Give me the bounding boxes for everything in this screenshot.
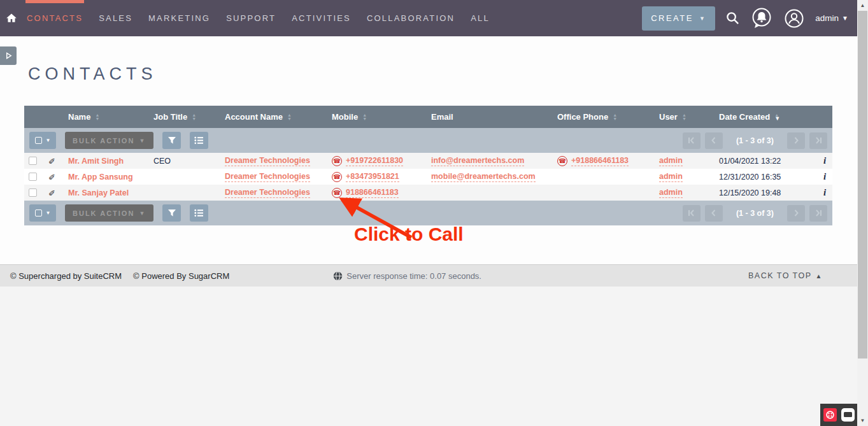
nav-item-marketing[interactable]: MARKETING [148,0,210,36]
row-checkbox[interactable] [29,173,37,181]
contact-name-link[interactable]: Mr. Sanjay Patel [68,188,129,197]
sort-icon[interactable]: ▲▼ [287,113,292,120]
column-header-mobile[interactable]: Mobile▲▼ [327,112,427,122]
mobile-link[interactable]: +83473951821 [346,172,399,182]
user-link[interactable]: admin [659,172,683,182]
funnel-icon [167,209,176,217]
checkbox-icon [35,209,42,217]
user-menu[interactable]: admin ▼ [815,13,848,23]
search-icon[interactable] [725,11,740,25]
column-chooser-button[interactable] [190,132,208,149]
sort-icon[interactable]: ▲▼ [774,113,780,120]
user-avatar-icon[interactable] [783,8,805,29]
page-footer: © Supercharged by SuiteCRM © Powered By … [0,264,857,287]
back-to-top-link[interactable]: BACK TO TOP ▲ [748,271,823,280]
prev-page-button[interactable] [705,132,723,149]
table-cell: ☎+918866461183 [553,156,655,166]
click-to-call-phone-icon[interactable]: ☎ [332,172,342,182]
table-cell: i [814,187,832,198]
contact-name-link[interactable]: Mr. Amit Singh [68,157,124,166]
sort-icon[interactable]: ▲▼ [613,113,617,120]
nav-item-all[interactable]: ALL [471,0,490,36]
info-icon[interactable]: i [818,187,826,198]
column-chooser-button[interactable] [190,204,208,222]
select-all-dropdown-button[interactable]: ▼ [29,132,56,149]
nav-item-contacts[interactable]: CONTACTS [27,0,83,36]
column-header-job-title[interactable]: Job Title▲▼ [149,112,220,122]
nav-item-sales[interactable]: SALES [99,0,132,36]
email-link[interactable]: info@dreamertechs.com [431,156,524,166]
home-icon[interactable] [5,12,18,24]
account-name-link[interactable]: Dreamer Technologies [225,188,310,198]
mobile-link[interactable]: +919722611830 [346,156,403,166]
scrollbar[interactable]: ▲ ▼ [857,0,868,426]
pagination-label: (1 - 3 of 3) [736,209,774,218]
first-page-button[interactable] [683,132,701,149]
triangle-up-icon: ▲ [816,273,823,280]
user-link[interactable]: admin [659,156,683,166]
scrollbar-thumb[interactable] [858,11,867,359]
contact-name-link[interactable]: Mr. App Sansung [68,173,133,181]
list-icon [194,136,204,145]
notifications-bell-icon[interactable] [750,6,773,31]
nav-items: CONTACTSSALESMARKETINGSUPPORTACTIVITIESC… [27,0,506,36]
first-page-button[interactable] [683,205,701,222]
sidebar-expand-button[interactable] [0,46,17,65]
window-extension-icon[interactable] [841,408,855,422]
column-header-account-name[interactable]: Account Name▲▼ [220,112,327,122]
click-to-call-phone-icon[interactable]: ☎ [332,156,342,166]
last-page-button[interactable] [809,205,827,222]
caret-down-icon: ▼ [46,210,51,216]
info-icon[interactable]: i [818,171,826,182]
row-checkbox[interactable] [29,188,37,197]
globe-icon [333,271,343,281]
sort-icon[interactable]: ▲▼ [192,113,196,120]
row-checkbox[interactable] [29,157,37,165]
browser-page: CONTACTSSALESMARKETINGSUPPORTACTIVITIESC… [0,0,857,426]
user-link[interactable]: admin [659,188,683,198]
office-phone-link[interactable]: +918866461183 [571,156,629,166]
click-to-call-phone-icon[interactable]: ☎ [332,188,342,198]
select-all-dropdown-button[interactable]: ▼ [29,204,56,222]
nav-item-support[interactable]: SUPPORT [226,0,276,36]
bulk-action-label: BULK ACTION [73,209,134,217]
create-button[interactable]: CREATE ▼ [642,6,715,31]
nav-item-activities[interactable]: ACTIVITIES [292,0,351,36]
filter-button[interactable] [162,204,181,222]
next-page-button[interactable] [787,132,805,149]
sort-icon[interactable]: ▲▼ [95,113,99,120]
caret-down-icon: ▼ [139,138,146,144]
nav-item-collaboration[interactable]: COLLABORATION [367,0,455,36]
account-name-link[interactable]: Dreamer Technologies [225,156,310,166]
create-button-label: CREATE [651,13,694,23]
column-header-label: Name [68,112,90,122]
edit-icon[interactable]: ✎ [48,188,55,197]
scrollbar-up-icon[interactable]: ▲ [857,0,868,11]
email-link[interactable]: mobile@dreamertechs.com [431,172,536,182]
filter-button[interactable] [162,132,181,149]
column-header-name[interactable]: Name▲▼ [64,112,149,122]
twilio-extension-icon[interactable] [823,408,837,422]
click-to-call-phone-icon[interactable]: ☎ [557,156,567,166]
bulk-action-button[interactable]: BULK ACTION ▼ [65,204,153,222]
scrollbar-down-icon[interactable]: ▼ [857,415,868,426]
prev-page-button[interactable] [705,205,723,222]
next-page-button[interactable] [787,205,805,222]
account-name-link[interactable]: Dreamer Technologies [225,172,310,182]
column-header-office-phone[interactable]: Office Phone▲▼ [553,112,655,122]
date-created-text: 12/15/2020 19:48 [719,188,781,197]
info-icon[interactable]: i [818,155,826,166]
caret-down-icon: ▼ [46,138,51,143]
sort-icon[interactable]: ▲▼ [362,113,367,120]
column-header-date-created[interactable]: Date Created▲▼ [715,112,814,122]
list-icon [194,209,204,217]
column-header-email[interactable]: Email [427,112,553,122]
table-cell [24,157,44,165]
last-page-button[interactable] [809,132,827,149]
column-header-user[interactable]: User▲▼ [655,112,715,122]
edit-icon[interactable]: ✎ [48,172,55,181]
sort-icon[interactable]: ▲▼ [682,113,687,120]
edit-icon[interactable]: ✎ [48,156,55,166]
bulk-action-button[interactable]: BULK ACTION ▼ [65,132,153,149]
mobile-link[interactable]: 918866461183 [346,188,399,198]
